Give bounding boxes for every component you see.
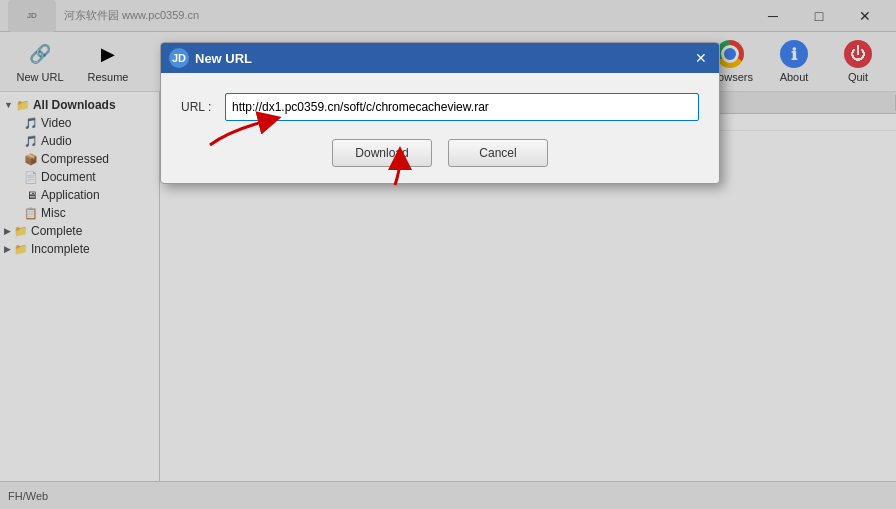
modal-buttons: Download Cancel: [181, 139, 699, 167]
modal-title-text: New URL: [195, 51, 252, 66]
modal-close-button[interactable]: ✕: [691, 48, 711, 68]
modal-title-bar: JD New URL ✕: [161, 43, 719, 73]
modal-title-icon: JD: [169, 48, 189, 68]
modal-title-left: JD New URL: [169, 48, 252, 68]
cancel-button[interactable]: Cancel: [448, 139, 548, 167]
url-label: URL :: [181, 100, 217, 114]
modal-body: URL : Download Cancel: [161, 73, 719, 183]
download-button[interactable]: Download: [332, 139, 432, 167]
url-row: URL :: [181, 93, 699, 121]
new-url-dialog: JD New URL ✕ URL : Download Cancel: [160, 42, 720, 184]
url-input[interactable]: [225, 93, 699, 121]
